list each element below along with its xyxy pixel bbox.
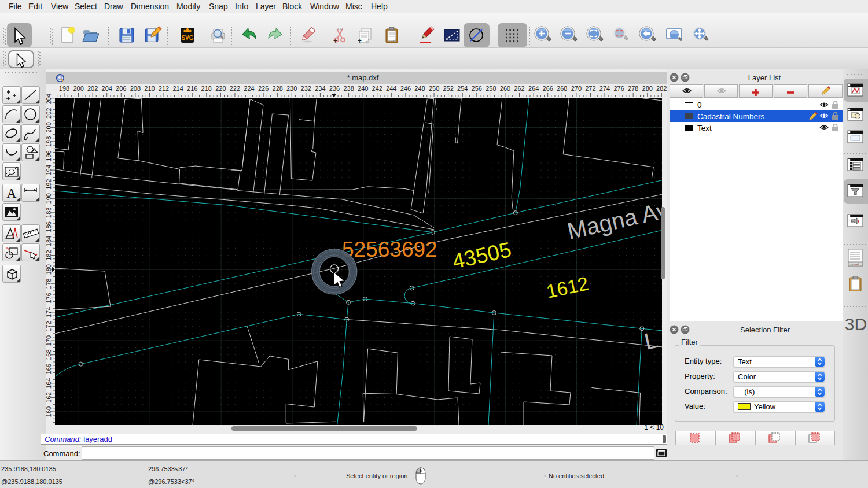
- svg-text:A: A: [6, 186, 17, 201]
- svg-text:256: 256: [472, 85, 482, 92]
- svg-text:198: 198: [59, 85, 69, 92]
- svg-text:224: 224: [244, 85, 254, 92]
- svg-text:L: L: [642, 327, 660, 354]
- svg-text:268: 268: [557, 85, 567, 92]
- svg-text:208: 208: [130, 85, 141, 92]
- svg-text:242: 242: [372, 85, 382, 92]
- svg-text:52563692: 52563692: [342, 238, 437, 261]
- svg-text:+: +: [358, 37, 362, 45]
- svg-text:278: 278: [628, 85, 638, 92]
- svg-text:218: 218: [201, 85, 212, 92]
- svg-text:280: 280: [642, 85, 653, 92]
- svg-text:282: 282: [656, 85, 667, 92]
- svg-text:230: 230: [286, 85, 297, 92]
- svg-text:272: 272: [585, 85, 595, 92]
- svg-text:> cmd: > cmd: [849, 263, 859, 266]
- svg-text:220: 220: [215, 85, 226, 92]
- svg-text:228: 228: [273, 85, 283, 92]
- svg-text:274: 274: [599, 85, 610, 92]
- svg-text:234: 234: [315, 85, 325, 92]
- svg-text:238: 238: [343, 85, 354, 92]
- svg-text:260: 260: [500, 85, 510, 92]
- svg-text:252: 252: [443, 85, 453, 92]
- svg-text:236: 236: [329, 85, 340, 92]
- svg-text:240: 240: [358, 85, 368, 92]
- svg-text:43505: 43505: [450, 238, 513, 273]
- svg-text:SVG: SVG: [181, 35, 193, 41]
- svg-text:204: 204: [102, 85, 112, 92]
- svg-text:212: 212: [159, 85, 169, 92]
- svg-text:210: 210: [144, 85, 155, 92]
- svg-text:222: 222: [230, 85, 240, 92]
- svg-text:266: 266: [543, 85, 553, 92]
- svg-text:244: 244: [386, 85, 396, 92]
- svg-text:206: 206: [116, 85, 126, 92]
- svg-text:Magna Av: Magna Av: [565, 197, 662, 244]
- svg-text:214: 214: [172, 85, 183, 92]
- svg-text:264: 264: [528, 85, 539, 92]
- svg-text:262: 262: [514, 85, 524, 92]
- svg-text:250: 250: [429, 85, 439, 92]
- svg-text:202: 202: [87, 85, 98, 92]
- svg-text:270: 270: [571, 85, 582, 92]
- svg-text:246: 246: [400, 85, 411, 92]
- svg-text:216: 216: [187, 85, 197, 92]
- svg-text:276: 276: [613, 85, 624, 92]
- svg-text:+: +: [333, 37, 337, 45]
- svg-text:254: 254: [457, 85, 468, 92]
- svg-text:226: 226: [258, 85, 269, 92]
- svg-text:258: 258: [486, 85, 496, 92]
- svg-text:248: 248: [414, 85, 425, 92]
- svg-text:232: 232: [301, 85, 311, 92]
- svg-text:200: 200: [73, 85, 83, 92]
